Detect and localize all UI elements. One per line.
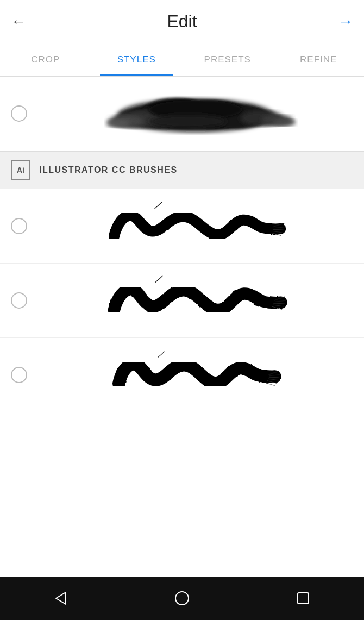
list-item[interactable]: [0, 338, 364, 412]
tab-crop[interactable]: CROP: [0, 43, 91, 76]
page-title: Edit: [167, 11, 197, 32]
nav-back-button[interactable]: [47, 585, 74, 612]
list-item[interactable]: [0, 77, 364, 151]
svg-rect-15: [298, 593, 309, 604]
brush-preview-wave2: [38, 273, 353, 328]
svg-marker-13: [56, 592, 66, 604]
list-item[interactable]: [0, 264, 364, 338]
svg-point-14: [175, 592, 189, 605]
radio-button[interactable]: [11, 105, 27, 122]
forward-button[interactable]: →: [338, 13, 353, 30]
tabs-bar: CROP STYLES PRESETS REFINE: [0, 43, 364, 76]
tab-presets[interactable]: PRESETS: [182, 43, 273, 76]
brush-preview-wave1: [38, 199, 353, 253]
bottom-nav-bar: [0, 577, 364, 620]
section-title: ILLUSTRATOR CC BRUSHES: [39, 165, 178, 175]
brush-list: Ai ILLUSTRATOR CC BRUSHES: [0, 77, 364, 412]
bottom-spacer: [0, 412, 364, 456]
nav-home-button[interactable]: [168, 585, 196, 612]
ai-icon: Ai: [11, 160, 30, 180]
svg-point-11: [106, 120, 130, 127]
header: ← Edit →: [0, 0, 364, 43]
brush-preview-cloud: [38, 86, 353, 141]
svg-point-12: [274, 118, 296, 126]
svg-point-8: [149, 114, 227, 128]
tab-styles[interactable]: STYLES: [91, 43, 183, 76]
brush-preview-wave3: [38, 348, 353, 402]
radio-button[interactable]: [11, 292, 27, 309]
tab-refine[interactable]: REFINE: [273, 43, 365, 76]
radio-button[interactable]: [11, 218, 27, 234]
section-header: Ai ILLUSTRATOR CC BRUSHES: [0, 151, 364, 189]
nav-recents-button[interactable]: [290, 585, 317, 612]
radio-button[interactable]: [11, 367, 27, 383]
back-button[interactable]: ←: [11, 13, 26, 30]
list-item[interactable]: [0, 189, 364, 264]
